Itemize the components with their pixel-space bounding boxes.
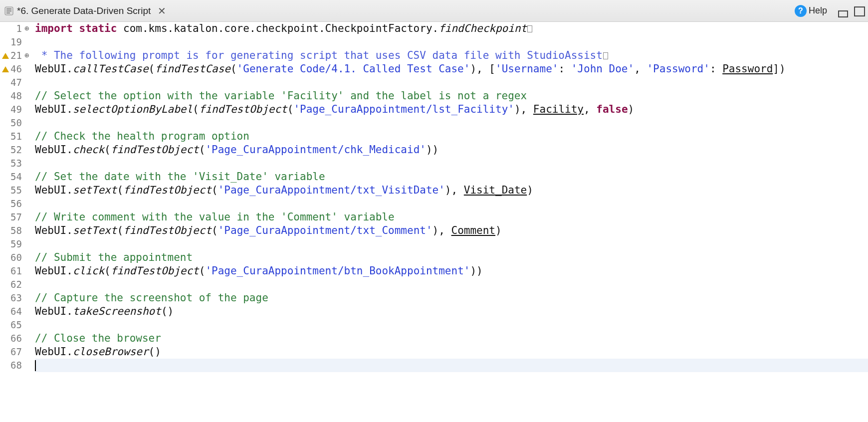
warning-icon[interactable] — [2, 66, 9, 72]
collapsed-region-icon[interactable] — [527, 25, 532, 32]
file-icon — [4, 6, 14, 16]
editor-tab-bar: *6. Generate Data-Driven Script ✕ ? Help — [0, 0, 868, 22]
tab-close-button[interactable]: ✕ — [156, 5, 168, 17]
code-editor[interactable]: 1⊕1921⊕464748495051525354555657585960616… — [0, 22, 868, 422]
line-number[interactable]: 67 — [0, 345, 30, 359]
line-number-gutter[interactable]: 1⊕1921⊕464748495051525354555657585960616… — [0, 22, 31, 422]
code-line[interactable]: WebUI.click(findTestObject('Page_CuraApp… — [35, 264, 868, 278]
code-line[interactable]: // Check the health program option — [35, 130, 868, 143]
code-line[interactable]: WebUI.selectOptionByLabel(findTestObject… — [35, 103, 868, 116]
line-number[interactable]: 46 — [0, 62, 30, 76]
code-line[interactable] — [35, 278, 868, 291]
fold-toggle-icon[interactable]: ⊕ — [23, 49, 29, 62]
line-number[interactable]: 48 — [0, 89, 30, 103]
line-number[interactable]: 62 — [0, 278, 30, 291]
code-line[interactable]: import static com.kms.katalon.core.check… — [35, 22, 868, 35]
line-number[interactable]: 68 — [0, 359, 30, 372]
line-number[interactable]: 53 — [0, 157, 30, 170]
line-number[interactable]: 61 — [0, 264, 30, 278]
line-number[interactable]: 65 — [0, 318, 30, 332]
code-line[interactable] — [35, 76, 868, 89]
line-number[interactable]: 54 — [0, 170, 30, 184]
line-number[interactable]: 1⊕ — [0, 22, 30, 35]
fold-toggle-icon[interactable]: ⊕ — [23, 22, 29, 35]
code-line[interactable]: // Write comment with the value in the '… — [35, 211, 868, 224]
line-number[interactable]: 57 — [0, 211, 30, 224]
line-number[interactable]: 21⊕ — [0, 49, 30, 62]
help-icon: ? — [795, 5, 807, 17]
line-number[interactable]: 66 — [0, 332, 30, 345]
minimize-button[interactable] — [838, 8, 848, 17]
code-line[interactable] — [35, 359, 868, 372]
warning-icon[interactable] — [2, 53, 9, 59]
code-line[interactable] — [35, 197, 868, 211]
code-line[interactable]: WebUI.callTestCase(findTestCase('Generat… — [35, 62, 868, 76]
line-number[interactable]: 51 — [0, 130, 30, 143]
code-line[interactable] — [35, 318, 868, 332]
maximize-button[interactable] — [853, 6, 864, 15]
code-line[interactable]: WebUI.closeBrowser() — [35, 345, 868, 359]
code-line[interactable]: // Submit the appointment — [35, 251, 868, 264]
code-area[interactable]: import static com.kms.katalon.core.check… — [31, 22, 868, 422]
code-line[interactable]: // Set the date with the 'Visit_Date' va… — [35, 170, 868, 184]
code-line[interactable]: WebUI.takeScreenshot() — [35, 305, 868, 318]
code-line[interactable]: WebUI.setText(findTestObject('Page_CuraA… — [35, 224, 868, 237]
code-line[interactable]: // Select the option with the variable '… — [35, 89, 868, 103]
code-line[interactable] — [35, 157, 868, 170]
code-line[interactable]: WebUI.check(findTestObject('Page_CuraApp… — [35, 143, 868, 157]
code-line[interactable] — [35, 35, 868, 49]
line-number[interactable]: 19 — [0, 35, 30, 49]
line-number[interactable]: 55 — [0, 184, 30, 197]
code-line[interactable]: * The following prompt is for generating… — [35, 49, 868, 62]
line-number[interactable]: 64 — [0, 305, 30, 318]
tab-title[interactable]: *6. Generate Data-Driven Script — [17, 5, 151, 16]
code-line[interactable]: // Capture the screenshot of the page — [35, 291, 868, 305]
code-line[interactable]: // Close the browser — [35, 332, 868, 345]
line-number[interactable]: 50 — [0, 116, 30, 130]
code-line[interactable]: WebUI.setText(findTestObject('Page_CuraA… — [35, 184, 868, 197]
line-number[interactable]: 52 — [0, 143, 30, 157]
line-number[interactable]: 58 — [0, 224, 30, 237]
line-number[interactable]: 63 — [0, 291, 30, 305]
line-number[interactable]: 49 — [0, 103, 30, 116]
line-number[interactable]: 60 — [0, 251, 30, 264]
line-number[interactable]: 59 — [0, 237, 30, 251]
code-line[interactable] — [35, 237, 868, 251]
collapsed-region-icon[interactable] — [603, 52, 608, 59]
help-button[interactable]: ? Help — [795, 5, 827, 17]
line-number[interactable]: 47 — [0, 76, 30, 89]
line-number[interactable]: 56 — [0, 197, 30, 211]
code-line[interactable] — [35, 116, 868, 130]
text-cursor — [35, 360, 36, 371]
help-label: Help — [809, 5, 827, 16]
